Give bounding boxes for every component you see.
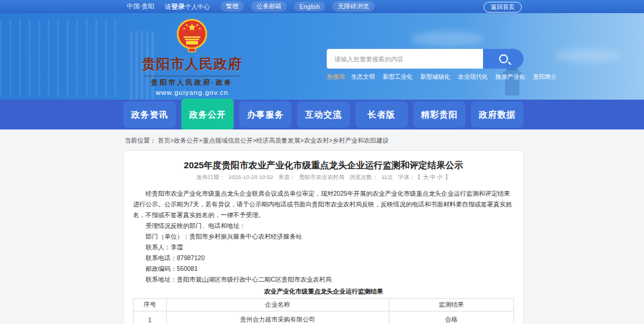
paragraph: 联系地址：贵阳市观山湖区市级行政中心二期C区贵阳市农业农村局 bbox=[133, 274, 514, 285]
site-subtitle: 贵阳市人民政府·政务 bbox=[123, 78, 261, 87]
main-nav: 政务资讯 政务公开 办事服务 互动交流 长者版 精彩贵阳 政府数据 bbox=[123, 100, 524, 129]
header-index: 序号 bbox=[134, 299, 167, 311]
article-body: 经贵阳市农业产业化市级重点龙头企业联席会议成员单位审定，现对2025年开展的农业… bbox=[133, 188, 514, 285]
official-mail-link[interactable]: 公务邮箱 bbox=[251, 1, 287, 12]
site-title: 贵阳市人民政府 bbox=[123, 55, 261, 73]
publish-date-label: 发布日期： bbox=[197, 174, 225, 180]
search-area: 热搜词: 生态文明 新型工业化 新型城镇化 农业现代化 旅游产业化 贵阳简介 bbox=[327, 49, 524, 81]
source-value: 贵阳市农业农村局 bbox=[299, 174, 344, 180]
national-emblem-icon bbox=[176, 18, 208, 54]
font-size-bracket-close: 】 bbox=[445, 174, 451, 180]
traditional-chinese-link[interactable]: 繁體 bbox=[221, 1, 244, 12]
banner-left-decor bbox=[0, 19, 122, 97]
back-to-home-button[interactable]: 返回首页 bbox=[484, 2, 522, 13]
cell-index: 1 bbox=[134, 311, 167, 324]
hot-keyword[interactable]: 贵阳简介 bbox=[533, 73, 557, 81]
hot-search-row: 热搜词: 生态文明 新型工业化 新型城镇化 农业现代化 旅游产业化 贵阳简介 bbox=[327, 73, 524, 81]
source-label: 来源： bbox=[278, 174, 296, 180]
views-value: 11次 bbox=[381, 174, 392, 180]
cloud-decor bbox=[555, 49, 620, 62]
paragraph: 经贵阳市农业产业化市级重点龙头企业联席会议成员单位审定，现对2025年开展的农业… bbox=[133, 188, 514, 220]
nav-tab-jingcai-guiyang[interactable]: 精彩贵阳 bbox=[413, 101, 466, 128]
nav-tab-zhengwu-gongkai[interactable]: 政务公开 bbox=[181, 98, 234, 131]
font-size-small-button[interactable]: 小 bbox=[436, 174, 442, 180]
monitoring-result-table: 序号 企业名称 监测结果 1 贵州合力超市采购有限公司 合格 2 贵州友禾种业有… bbox=[133, 298, 514, 324]
search-box bbox=[327, 49, 524, 69]
header-result: 监测结果 bbox=[389, 299, 513, 311]
article-meta: 发布日期：2025-10-20 10:52 来源：贵阳市农业农村局 浏览次数：1… bbox=[133, 174, 514, 181]
site-logo[interactable]: 贵阳市人民政府 贵阳市人民政府·政务 www.guiyang.gov.cn bbox=[123, 18, 261, 96]
hot-keyword[interactable]: 生态文明 bbox=[351, 73, 375, 81]
cloud-decor bbox=[411, 31, 483, 47]
header-banner: 贵阳市人民政府 贵阳市人民政府·政务 www.guiyang.gov.cn 热搜… bbox=[0, 13, 644, 100]
login-pre: 请 bbox=[165, 3, 172, 10]
hot-keyword[interactable]: 新型工业化 bbox=[383, 73, 413, 81]
table-row: 1 贵州合力超市采购有限公司 合格 bbox=[134, 311, 514, 324]
title-divider bbox=[144, 76, 240, 76]
paragraph: 联系电话：87987120 bbox=[133, 252, 514, 263]
hot-keyword[interactable]: 旅游产业化 bbox=[496, 73, 525, 81]
nav-tab-zhengwu-zixun[interactable]: 政务资讯 bbox=[123, 101, 176, 128]
search-button[interactable] bbox=[483, 49, 524, 69]
table-caption: 农业产业化市级重点龙头企业运行监测结果 bbox=[133, 286, 514, 296]
breadcrumb: 当前位置： 首页>政务公开>重点领域信息公开>经济高质量发展>农业农村>乡村产业… bbox=[125, 137, 389, 145]
paragraph: 联系人：李霞 bbox=[133, 242, 514, 252]
cell-company: 贵州合力超市采购有限公司 bbox=[166, 311, 389, 324]
cell-result: 合格 bbox=[389, 311, 513, 324]
views-label: 浏览次数： bbox=[349, 174, 378, 180]
top-utility-bar: 中国·贵阳 请登录个人中心 繁體 公务邮箱 English 无障碍浏览 返回首页 bbox=[0, 0, 644, 13]
search-icon bbox=[499, 54, 508, 63]
site-url: www.guiyang.gov.cn bbox=[123, 89, 261, 96]
font-size-medium-button[interactable]: 中 bbox=[430, 174, 436, 180]
font-size-large-button[interactable]: 大 bbox=[423, 174, 429, 180]
nav-tab-banshi-fuwu[interactable]: 办事服务 bbox=[239, 101, 292, 128]
publish-date: 2025-10-20 10:52 bbox=[228, 174, 273, 180]
breadcrumb-path[interactable]: 首页>政务公开>重点领域信息公开>经济高质量发展>农业农村>乡村产业和农田建设 bbox=[157, 137, 389, 144]
header-company: 企业名称 bbox=[166, 299, 389, 311]
breadcrumb-label: 当前位置： bbox=[125, 137, 156, 144]
accessibility-link[interactable]: 无障碍浏览 bbox=[332, 1, 374, 12]
nav-tab-zhangzhe-ban[interactable]: 长者版 bbox=[355, 101, 408, 128]
region-label[interactable]: 中国·贵阳 bbox=[127, 2, 154, 11]
hot-keyword[interactable]: 新型城镇化 bbox=[420, 73, 450, 81]
search-input[interactable] bbox=[327, 49, 483, 69]
nav-tab-zhengfu-shuju[interactable]: 政府数据 bbox=[471, 101, 524, 128]
paragraph: 邮政编码：550081 bbox=[133, 263, 514, 274]
nav-tab-hudong-jiaoliu[interactable]: 互动交流 bbox=[297, 101, 349, 128]
content-area: 当前位置： 首页>政务公开>重点领域信息公开>经济高质量发展>农业农村>乡村产业… bbox=[0, 129, 644, 324]
english-link[interactable]: English bbox=[294, 2, 325, 11]
article-title: 2025年度贵阳市农业产业化市级重点龙头企业运行监测和评定结果公示 bbox=[133, 159, 514, 171]
login-post: 个人中心 bbox=[185, 3, 210, 10]
page: 中国·贵阳 请登录个人中心 繁體 公务邮箱 English 无障碍浏览 返回首页 bbox=[0, 0, 644, 324]
hot-keyword[interactable]: 农业现代化 bbox=[458, 73, 488, 81]
font-size-label: 字体：【 bbox=[398, 174, 420, 180]
paragraph: 受理情况反映的部门、电话和地址： bbox=[133, 220, 514, 231]
hot-search-label: 热搜词: bbox=[327, 73, 346, 81]
paragraph: 部门（单位）：贵阳市乡村振兴服务中心农村经济服务站 bbox=[133, 231, 514, 242]
article-card: 2025年度贵阳市农业产业化市级重点龙头企业运行监测和评定结果公示 发布日期：2… bbox=[123, 150, 524, 324]
login-link[interactable]: 请登录个人中心 bbox=[165, 2, 210, 11]
login-bold: 登录 bbox=[171, 3, 185, 10]
table-header-row: 序号 企业名称 监测结果 bbox=[134, 299, 514, 311]
